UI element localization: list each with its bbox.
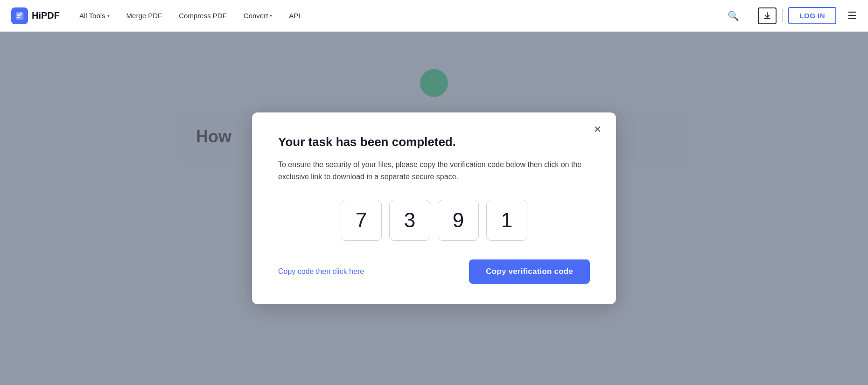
- copy-code-link[interactable]: Copy code then click here: [278, 267, 364, 276]
- modal-description: To ensure the security of your files, pl…: [278, 159, 590, 182]
- code-digit-3: 9: [438, 200, 479, 241]
- nav-merge-pdf[interactable]: Merge PDF: [120, 8, 169, 23]
- copy-verification-button[interactable]: Copy verification code: [469, 259, 590, 284]
- login-button[interactable]: LOG IN: [788, 7, 836, 24]
- modal-actions: Copy code then click here Copy verificat…: [278, 259, 590, 284]
- verification-codes: 7 3 9 1: [278, 200, 590, 241]
- nav-api[interactable]: API: [282, 8, 307, 23]
- code-digit-1: 7: [341, 200, 382, 241]
- code-digit-2: 3: [389, 200, 430, 241]
- overlay: ✕ Your task has been completed. To ensur…: [0, 32, 868, 385]
- nav-convert[interactable]: Convert ▾: [237, 8, 279, 23]
- nav-links: All Tools ▾ Merge PDF Compress PDF Conve…: [73, 8, 728, 23]
- close-button[interactable]: ✕: [590, 122, 605, 137]
- modal-title: Your task has been completed.: [278, 135, 590, 149]
- logo-text: HiPDF: [32, 10, 60, 21]
- navbar: HiPDF All Tools ▾ Merge PDF Compress PDF…: [0, 0, 868, 32]
- nav-right: LOG IN ☰: [758, 7, 857, 24]
- nav-all-tools[interactable]: All Tools ▾: [73, 8, 116, 23]
- chevron-down-icon: ▾: [107, 13, 110, 18]
- code-digit-4: 1: [486, 200, 527, 241]
- logo[interactable]: HiPDF: [11, 7, 60, 24]
- nav-divider: [782, 9, 783, 22]
- search-icon[interactable]: 🔍: [728, 10, 739, 21]
- download-icon[interactable]: [758, 7, 777, 24]
- logo-icon: [11, 7, 28, 24]
- nav-compress-pdf[interactable]: Compress PDF: [172, 8, 233, 23]
- modal: ✕ Your task has been completed. To ensur…: [252, 112, 616, 304]
- hamburger-icon[interactable]: ☰: [847, 10, 857, 22]
- chevron-down-icon: ▾: [270, 13, 272, 18]
